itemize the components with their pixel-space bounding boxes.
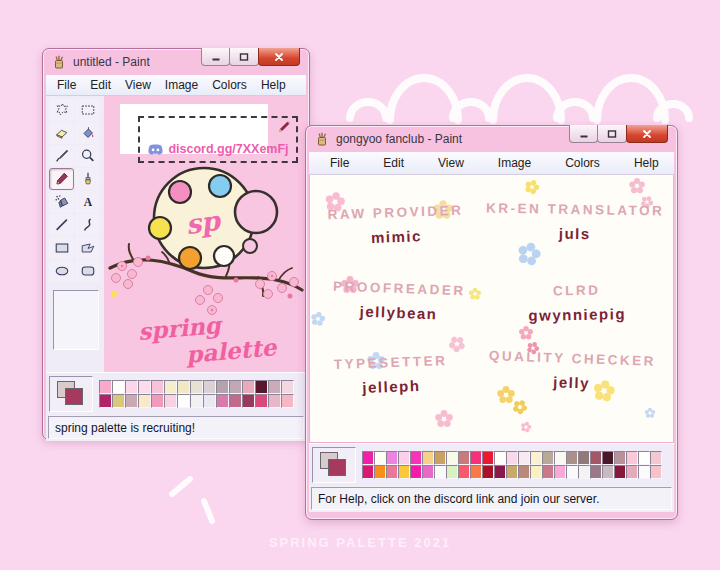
drawing-canvas[interactable]: RAW PROVIDERmimicKR-EN TRANSLATORjulsPRO… xyxy=(309,175,674,443)
color-swatch[interactable] xyxy=(614,465,626,479)
color-swatch[interactable] xyxy=(177,380,190,394)
color-swatch[interactable] xyxy=(542,465,554,479)
magnifier-tool[interactable] xyxy=(75,145,100,167)
color-swatch[interactable] xyxy=(566,465,578,479)
color-swatch[interactable] xyxy=(446,451,458,465)
color-swatch[interactable] xyxy=(255,380,268,394)
menu-file[interactable]: File xyxy=(313,155,366,171)
minimize-button[interactable] xyxy=(201,48,230,66)
color-swatch[interactable] xyxy=(151,380,164,394)
menu-image[interactable]: Image xyxy=(158,77,205,93)
menu-help[interactable]: Help xyxy=(254,77,293,93)
color-swatch[interactable] xyxy=(281,380,294,394)
line-tool[interactable] xyxy=(49,214,74,236)
color-swatch[interactable] xyxy=(190,380,203,394)
color-swatch[interactable] xyxy=(518,451,530,465)
text-tool[interactable] xyxy=(75,191,100,213)
color-swatch[interactable] xyxy=(374,451,386,465)
maximize-button[interactable] xyxy=(229,48,259,66)
color-swatch[interactable] xyxy=(578,451,590,465)
color-swatch[interactable] xyxy=(362,465,374,479)
menu-image[interactable]: Image xyxy=(481,155,548,171)
menu-edit[interactable]: Edit xyxy=(83,77,118,93)
color-swatch[interactable] xyxy=(138,380,151,394)
color-swatch[interactable] xyxy=(138,394,151,408)
color-swatch[interactable] xyxy=(482,451,494,465)
color-swatch[interactable] xyxy=(626,465,638,479)
color-swatch[interactable] xyxy=(602,465,614,479)
color-swatch[interactable] xyxy=(494,451,506,465)
menu-view[interactable]: View xyxy=(118,77,158,93)
color-swatch[interactable] xyxy=(554,465,566,479)
select-tool[interactable] xyxy=(75,99,100,121)
color-swatch[interactable] xyxy=(99,380,112,394)
rounded-rectangle-tool[interactable] xyxy=(75,260,100,282)
color-swatch[interactable] xyxy=(422,465,434,479)
color-swatch[interactable] xyxy=(281,394,294,408)
titlebar[interactable]: untitled - Paint xyxy=(46,49,306,75)
color-swatch[interactable] xyxy=(112,380,125,394)
titlebar[interactable]: gongyoo fanclub - Paint xyxy=(309,126,674,152)
fill-tool[interactable] xyxy=(75,122,100,144)
close-button[interactable] xyxy=(626,125,668,143)
color-swatch[interactable] xyxy=(242,380,255,394)
selection-box[interactable]: discord.gg/7XXemFj xyxy=(138,116,298,163)
color-swatch[interactable] xyxy=(650,465,662,479)
color-swatch[interactable] xyxy=(614,451,626,465)
menu-colors[interactable]: Colors xyxy=(205,77,254,93)
polygon-tool[interactable] xyxy=(75,237,100,259)
color-swatch[interactable] xyxy=(125,394,138,408)
color-swatch[interactable] xyxy=(398,465,410,479)
color-swatch[interactable] xyxy=(518,465,530,479)
color-swatch[interactable] xyxy=(494,465,506,479)
menu-edit[interactable]: Edit xyxy=(366,155,421,171)
color-swatch[interactable] xyxy=(434,465,446,479)
color-swatch[interactable] xyxy=(482,465,494,479)
color-swatch[interactable] xyxy=(470,465,482,479)
color-swatch[interactable] xyxy=(398,451,410,465)
color-swatch[interactable] xyxy=(268,380,281,394)
color-swatch[interactable] xyxy=(203,394,216,408)
color-swatch[interactable] xyxy=(470,451,482,465)
menu-help[interactable]: Help xyxy=(617,155,676,171)
color-swatch[interactable] xyxy=(151,394,164,408)
menu-file[interactable]: File xyxy=(50,77,83,93)
color-swatch[interactable] xyxy=(554,451,566,465)
color-swatch[interactable] xyxy=(410,451,422,465)
color-swatch[interactable] xyxy=(566,451,578,465)
color-swatch[interactable] xyxy=(386,465,398,479)
color-swatch[interactable] xyxy=(203,380,216,394)
minimize-button[interactable] xyxy=(569,125,598,143)
drawing-canvas[interactable]: discord.gg/7XXemFj xyxy=(104,96,306,372)
menu-colors[interactable]: Colors xyxy=(548,155,617,171)
color-swatch[interactable] xyxy=(177,394,190,408)
color-swatch[interactable] xyxy=(99,394,112,408)
color-swatch[interactable] xyxy=(229,394,242,408)
tool-options-box[interactable] xyxy=(53,290,99,350)
menu-view[interactable]: View xyxy=(421,155,481,171)
color-swatch[interactable] xyxy=(458,451,470,465)
color-swatch[interactable] xyxy=(164,394,177,408)
color-swatch[interactable] xyxy=(216,394,229,408)
color-picker-tool[interactable] xyxy=(49,145,74,167)
color-swatch[interactable] xyxy=(590,451,602,465)
color-swatch[interactable] xyxy=(434,451,446,465)
brush-tool[interactable] xyxy=(75,168,100,190)
color-swatch[interactable] xyxy=(446,465,458,479)
color-swatch[interactable] xyxy=(268,394,281,408)
color-swatch[interactable] xyxy=(578,465,590,479)
pencil-tool[interactable] xyxy=(49,168,74,190)
color-swatch[interactable] xyxy=(229,380,242,394)
eraser-tool[interactable] xyxy=(49,122,74,144)
color-swatch[interactable] xyxy=(255,394,268,408)
color-swatch[interactable] xyxy=(112,394,125,408)
color-swatch[interactable] xyxy=(164,380,177,394)
color-swatch[interactable] xyxy=(602,451,614,465)
color-swatch[interactable] xyxy=(638,465,650,479)
close-button[interactable] xyxy=(258,48,300,66)
color-swatch[interactable] xyxy=(374,465,386,479)
color-swatch[interactable] xyxy=(190,394,203,408)
color-swatch[interactable] xyxy=(530,465,542,479)
color-swatch[interactable] xyxy=(650,451,662,465)
color-swatch[interactable] xyxy=(458,465,470,479)
